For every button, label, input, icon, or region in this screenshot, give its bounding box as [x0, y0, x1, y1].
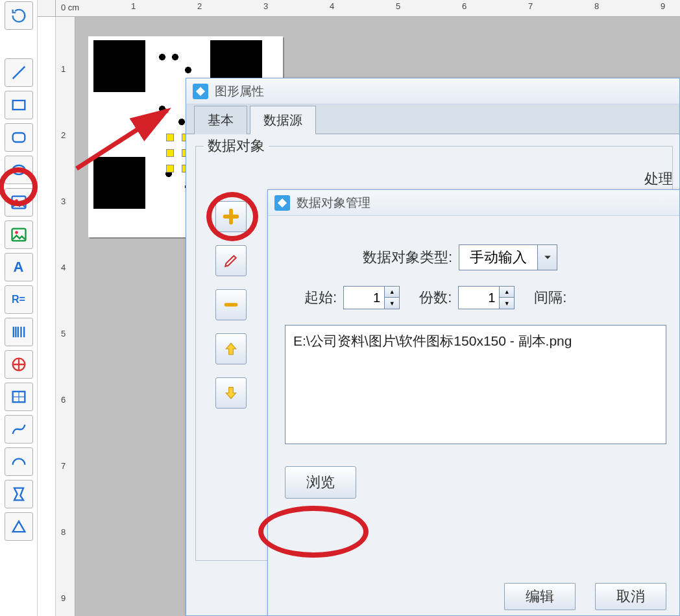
start-label: 起始: — [304, 288, 337, 307]
vertical-ruler: 1 2 3 4 5 6 7 8 9 — [56, 17, 75, 616]
h-tick: 1 — [131, 1, 136, 11]
add-object-button[interactable] — [215, 201, 247, 232]
selection-handle[interactable] — [166, 134, 174, 141]
dialog-titlebar[interactable]: 数据对象管理 — [268, 190, 679, 216]
h-tick: 7 — [528, 1, 533, 11]
count-spinner[interactable]: ▲▼ — [458, 286, 515, 309]
qrcode-tool-icon[interactable] — [5, 350, 33, 379]
curve-tool-icon[interactable] — [5, 415, 33, 444]
remove-object-button[interactable] — [215, 289, 247, 320]
ruler-corner — [38, 0, 56, 17]
ruler-unit-label: 0 cm — [61, 3, 79, 12]
rectangle-tool-icon[interactable] — [5, 91, 33, 119]
rich-text-tool-icon[interactable]: R= — [5, 285, 33, 314]
triangle-tool-icon[interactable] — [5, 512, 33, 541]
vector-image-tool-icon[interactable] — [5, 220, 33, 249]
svg-point-5 — [15, 199, 18, 202]
svg-point-3 — [12, 165, 25, 174]
spin-up-icon[interactable]: ▲ — [385, 287, 399, 298]
tab-datasource[interactable]: 数据源 — [250, 106, 316, 134]
h-tick: 9 — [661, 1, 665, 11]
groupbox-label: 数据对象 — [204, 136, 269, 156]
line-tool-icon[interactable] — [5, 58, 33, 87]
cancel-button[interactable]: 取消 — [595, 583, 666, 610]
interval-label: 间隔: — [534, 288, 566, 307]
selection-handle[interactable] — [166, 149, 174, 157]
h-tick: 4 — [330, 1, 334, 11]
type-label: 数据对象类型: — [363, 248, 452, 267]
spin-down-icon[interactable]: ▼ — [500, 298, 514, 309]
data-object-toolbar — [215, 201, 254, 421]
v-tick: 4 — [61, 263, 66, 272]
svg-line-0 — [12, 67, 25, 79]
tab-basic[interactable]: 基本 — [194, 106, 247, 134]
type-combobox[interactable]: 手动输入 — [459, 244, 557, 270]
file-path-box[interactable]: E:\公司资料\图片\软件图标150x150 - 副本.png — [285, 325, 666, 444]
edit-object-button[interactable] — [215, 245, 247, 276]
text-tool-icon[interactable]: A — [5, 253, 33, 281]
edit-button[interactable]: 编辑 — [504, 583, 576, 610]
v-tick: 6 — [61, 395, 66, 405]
svg-point-7 — [15, 231, 18, 234]
barcode-tool-icon[interactable] — [5, 318, 33, 346]
dialog-title: 图形属性 — [215, 83, 264, 100]
selection-handle[interactable] — [166, 165, 174, 172]
dialog-titlebar[interactable]: 图形属性 — [186, 78, 679, 104]
v-tick: 3 — [61, 196, 66, 206]
polygon-tool-icon[interactable] — [5, 480, 33, 508]
v-tick: 7 — [61, 461, 66, 471]
count-label: 份数: — [419, 288, 452, 307]
svg-rect-1 — [12, 101, 25, 110]
process-label: 处理 — [644, 169, 673, 189]
v-tick: 5 — [61, 329, 66, 338]
arc-tool-icon[interactable] — [5, 447, 33, 476]
start-input[interactable] — [343, 286, 385, 309]
type-value: 手动输入 — [459, 248, 537, 267]
v-tick: 9 — [61, 593, 66, 603]
app-icon — [274, 195, 290, 211]
h-tick: 5 — [396, 1, 400, 11]
h-tick: 6 — [462, 1, 467, 11]
horizontal-ruler: 0 cm 1 2 3 4 5 6 7 8 9 — [56, 0, 680, 17]
svg-rect-2 — [12, 133, 25, 142]
dialog-title: 数据对象管理 — [297, 195, 370, 211]
table-tool-icon[interactable] — [5, 383, 33, 411]
image-tool-icon[interactable] — [5, 188, 33, 217]
move-down-button[interactable] — [215, 377, 247, 409]
rotate-refresh-icon[interactable] — [5, 1, 33, 30]
spin-down-icon[interactable]: ▼ — [385, 298, 399, 309]
browse-button[interactable]: 浏览 — [285, 466, 356, 499]
tab-strip: 基本 数据源 — [186, 104, 679, 134]
h-tick: 2 — [197, 1, 202, 11]
move-up-button[interactable] — [215, 333, 247, 364]
v-tick: 8 — [61, 527, 66, 537]
dropdown-icon[interactable] — [537, 245, 557, 270]
start-spinner[interactable]: ▲▼ — [343, 286, 400, 309]
data-object-manager-dialog: 数据对象管理 数据对象类型: 手动输入 起始: ▲▼ 份数: ▲▼ 间隔: — [267, 189, 680, 616]
v-tick: 2 — [61, 130, 66, 140]
rounded-rect-tool-icon[interactable] — [5, 123, 33, 152]
v-tick: 1 — [61, 64, 66, 74]
h-tick: 8 — [594, 1, 599, 11]
spin-up-icon[interactable]: ▲ — [500, 287, 514, 298]
ellipse-tool-icon[interactable] — [5, 156, 33, 184]
app-icon — [193, 84, 208, 99]
file-path-value: E:\公司资料\图片\软件图标150x150 - 副本.png — [293, 333, 572, 348]
count-input[interactable] — [458, 286, 500, 309]
secondary-toolbar — [38, 17, 56, 616]
left-toolbar: A R= — [0, 0, 38, 616]
h-tick: 3 — [263, 1, 268, 11]
